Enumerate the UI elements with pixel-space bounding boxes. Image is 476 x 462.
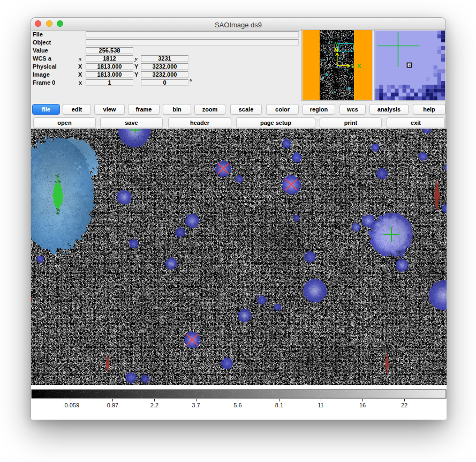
svg-text:N: N xyxy=(334,47,338,53)
svg-text:E: E xyxy=(351,63,355,69)
svg-text:X: X xyxy=(357,63,361,69)
